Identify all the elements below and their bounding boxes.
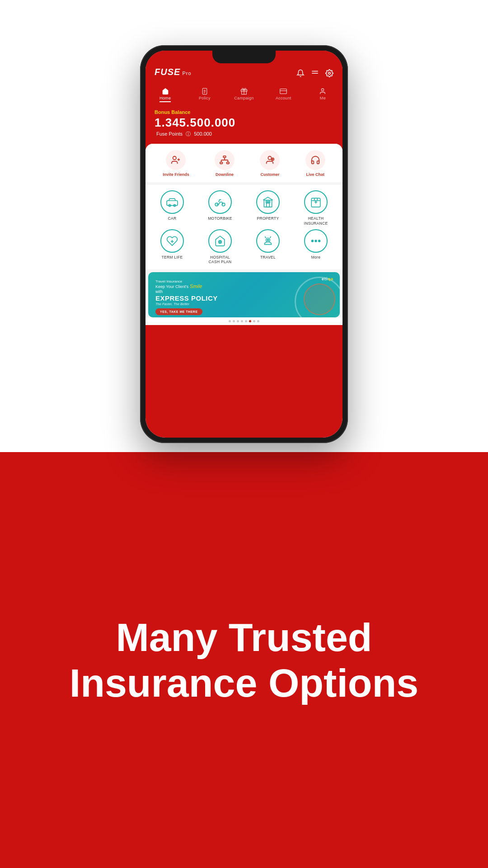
svg-point-44	[315, 240, 316, 241]
car-icon	[160, 190, 184, 214]
action-downline[interactable]: Downline	[215, 150, 235, 177]
banner-tagline: The Faster, The Better	[155, 302, 333, 306]
nav-campaign-label: Campaign	[234, 96, 253, 100]
motorbike-icon	[208, 190, 232, 214]
bottom-tagline-section: Many Trusted Insurance Options	[0, 452, 488, 868]
svg-rect-16	[220, 162, 223, 164]
live-chat-icon	[305, 150, 325, 170]
more-label: More	[311, 255, 321, 259]
hospital-cash-icon	[208, 229, 232, 253]
nav-policy[interactable]: Policy	[185, 86, 224, 104]
svg-rect-15	[223, 156, 226, 158]
more-icon	[304, 229, 328, 253]
live-chat-label: Live Chat	[306, 172, 325, 177]
invite-friends-icon	[166, 150, 186, 170]
downline-label: Downline	[216, 172, 234, 177]
banner-headline1: Keep Your Client's Smile	[155, 283, 333, 289]
nav-home[interactable]: Home	[145, 86, 185, 104]
customer-icon	[260, 150, 280, 170]
banner-subheadline: with	[155, 289, 333, 294]
svg-point-22	[268, 156, 272, 160]
svg-rect-32	[267, 203, 270, 207]
nav-home-label: Home	[160, 96, 171, 102]
promo-banner[interactable]: etiqa Travel Insurance Keep Your Client'…	[148, 272, 340, 317]
property-icon	[256, 190, 280, 214]
main-card: Invite Friends	[145, 144, 343, 325]
tagline-text: Many Trusted Insurance Options	[70, 614, 419, 706]
dot-6[interactable]	[249, 320, 251, 322]
ins-hospital-cash[interactable]: HOSPITAL CASH PLAN	[198, 229, 242, 264]
insurance-grid: CAR MOT	[145, 185, 343, 269]
bell-icon[interactable]	[296, 69, 305, 80]
health-icon	[304, 190, 328, 214]
ins-property[interactable]: PROPERTY	[246, 190, 290, 225]
points-info-icon[interactable]: ⓘ	[186, 131, 191, 137]
banner-content: Travel Insurance Keep Your Client's Smil…	[155, 279, 333, 315]
settings-icon[interactable]	[325, 69, 333, 80]
motorbike-label: MOTORBIKE	[208, 216, 232, 221]
ins-more[interactable]: More	[294, 229, 338, 264]
bottom-nav: Home Policy	[145, 85, 343, 107]
app-content: FUSE Pro	[145, 51, 343, 438]
dot-2[interactable]	[233, 320, 235, 322]
bonus-label: Bonus Balance	[155, 109, 333, 115]
svg-rect-34	[268, 201, 270, 203]
dot-7[interactable]	[253, 320, 255, 322]
phone-notch	[212, 51, 276, 63]
travel-label: TRAVEL	[260, 255, 276, 259]
svg-rect-9	[280, 89, 287, 94]
menu-icon[interactable]	[311, 69, 319, 80]
banner-title: EXPRESS POLICY	[155, 294, 333, 302]
dot-1[interactable]	[229, 320, 231, 322]
travel-icon	[256, 229, 280, 253]
ins-term-life[interactable]: TERM LIFE	[150, 229, 194, 264]
nav-me[interactable]: Me	[303, 86, 343, 104]
health-label: HEALTH INSURANCE	[304, 216, 328, 225]
car-label: CAR	[168, 216, 177, 221]
ins-health[interactable]: HEALTH INSURANCE	[294, 190, 338, 225]
app-logo: FUSE Pro	[155, 67, 192, 81]
term-life-label: TERM LIFE	[161, 255, 183, 259]
ins-travel[interactable]: TRAVEL	[246, 229, 290, 264]
dot-5[interactable]	[245, 320, 247, 322]
svg-rect-17	[227, 162, 230, 164]
svg-point-2	[328, 72, 331, 74]
action-live-chat[interactable]: Live Chat	[305, 150, 325, 177]
balance-section: Bonus Balance 1.345.500.000 Fuse Points …	[145, 107, 343, 144]
svg-rect-33	[266, 201, 267, 203]
phone-frame: FUSE Pro	[140, 45, 348, 443]
dot-4[interactable]	[241, 320, 243, 322]
svg-point-42	[267, 239, 268, 241]
ins-motorbike[interactable]: MOTORBIKE	[198, 190, 242, 225]
svg-point-12	[173, 156, 176, 160]
svg-point-11	[322, 89, 324, 91]
svg-point-45	[319, 240, 320, 241]
nav-campaign[interactable]: Campaign	[224, 86, 263, 104]
fuse-points: Fuse Points ⓘ 500.000	[155, 131, 333, 137]
action-invite-friends[interactable]: Invite Friends	[163, 150, 189, 177]
topbar-icons	[296, 69, 333, 80]
hero-section: FUSE Pro	[0, 0, 488, 452]
downline-icon	[215, 150, 235, 170]
customer-label: Customer	[260, 172, 279, 177]
quick-actions: Invite Friends	[145, 144, 343, 182]
svg-rect-26	[167, 201, 178, 206]
hospital-cash-label: HOSPITAL CASH PLAN	[209, 255, 232, 264]
nav-account-label: Account	[276, 96, 291, 100]
nav-policy-label: Policy	[199, 96, 211, 100]
banner-dots	[145, 317, 343, 325]
term-life-icon	[160, 229, 184, 253]
banner-cta-button[interactable]: YES, TAKE ME THERE	[155, 308, 202, 315]
svg-point-43	[312, 240, 313, 241]
action-customer[interactable]: Customer	[260, 150, 280, 177]
nav-account[interactable]: Account	[264, 86, 303, 104]
ins-car[interactable]: CAR	[150, 190, 194, 225]
dot-3[interactable]	[237, 320, 239, 322]
svg-rect-31	[264, 200, 272, 207]
balance-amount: 1.345.500.000	[155, 116, 333, 130]
banner-badge: Travel Insurance	[155, 279, 333, 283]
dot-8[interactable]	[257, 320, 259, 322]
property-label: PROPERTY	[257, 216, 279, 221]
phone-inner: FUSE Pro	[145, 51, 343, 438]
nav-me-label: Me	[320, 96, 326, 100]
